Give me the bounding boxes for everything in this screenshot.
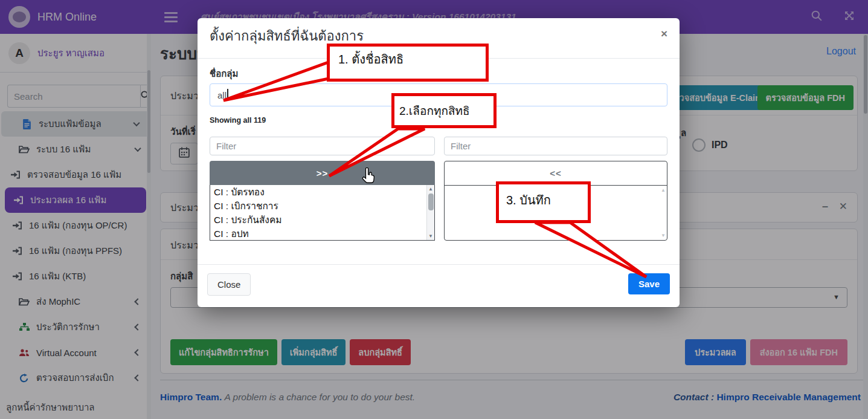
annotation-step-3: 3. บันทึก (496, 181, 591, 223)
annotation-step-1: 1. ตั้งชื่อสิทธิ (327, 44, 489, 82)
scroll-up-icon[interactable]: ▲ (661, 187, 666, 193)
scroll-down-icon[interactable]: ▼ (427, 233, 434, 239)
list-item[interactable]: CI : เบิกราชการ (210, 199, 434, 213)
list-item[interactable]: CI : บัตรทอง (210, 185, 434, 199)
modal-save-button[interactable]: Save (628, 273, 670, 294)
group-name-label: ชื่อกลุ่ม (210, 67, 238, 81)
list-item[interactable]: CI : ประกันสังคม (210, 213, 434, 227)
annotation-step-2: 2.เลือกทุกสิทธิ (391, 93, 497, 128)
modal-close-button[interactable]: Close (207, 273, 251, 296)
modal-close-icon[interactable]: × (661, 28, 667, 39)
available-count-label: Showing all 119 (210, 116, 266, 125)
available-filter-input[interactable] (210, 137, 435, 155)
move-all-right-button[interactable]: >> (210, 161, 435, 185)
selected-filter-input[interactable] (444, 137, 667, 155)
group-name-value: all (217, 90, 227, 100)
scroll-up-icon[interactable]: ▲ (427, 186, 434, 192)
list-item[interactable]: CI : อปท (210, 227, 434, 241)
available-rights-list[interactable]: CI : บัตรทอง CI : เบิกราชการ CI : ประกัน… (210, 185, 435, 241)
list-scrollbar[interactable]: ▲ ▼ (426, 185, 434, 240)
scroll-down-icon[interactable]: ▼ (661, 233, 666, 238)
text-cursor (227, 89, 228, 101)
hrm-online-app: HRM Online ศูนย์สุขภาพชุมชนเขตเมือง โรงพ… (0, 0, 868, 419)
